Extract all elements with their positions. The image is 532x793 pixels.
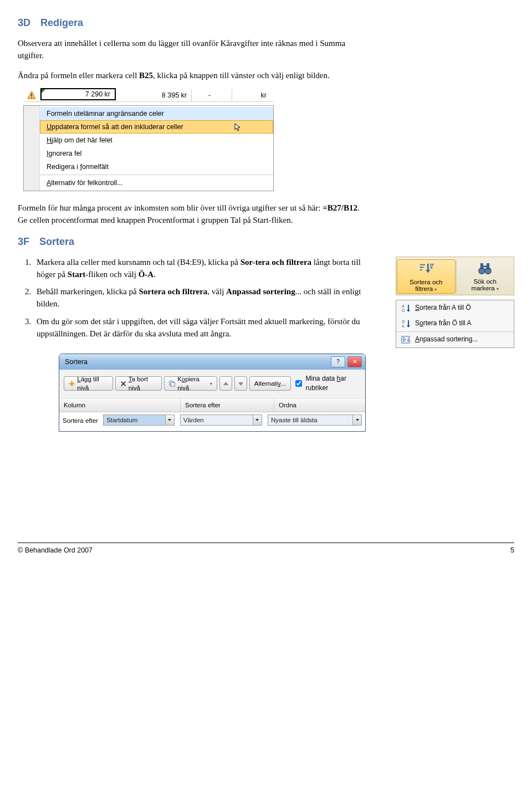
add-level-button[interactable]: Lägg till nivå xyxy=(64,376,113,391)
headers-checkbox-input[interactable] xyxy=(295,380,302,387)
cell-selected[interactable]: 7 290 kr xyxy=(40,88,116,100)
sort-filter-button[interactable]: Sortera ochfiltrera ▾ xyxy=(397,259,456,294)
svg-rect-6 xyxy=(483,265,488,267)
menu-options-item[interactable]: Alternativ för felkontroll... xyxy=(40,176,273,190)
col-header-ordna: Ordna xyxy=(274,398,365,412)
svg-rect-4 xyxy=(481,264,483,269)
menu-icon-column xyxy=(24,106,40,191)
section-3f-num: 3F xyxy=(18,236,29,247)
menu-edit-item[interactable]: Redigera i formelfält xyxy=(40,160,273,173)
step-3: Om du gör som det står i uppgiften, det … xyxy=(33,316,377,340)
col-header-kolumn: Kolumn xyxy=(59,398,181,412)
screenshot-sort-menu: AÖ Sortera från A till Ö ÖA Sortera från… xyxy=(396,300,514,348)
combo-arrow-icon[interactable] xyxy=(165,415,174,425)
svg-rect-0 xyxy=(31,94,32,96)
section-3f-title: Sortera xyxy=(39,236,74,247)
help-button[interactable]: ? xyxy=(331,356,345,367)
screenshot-ribbon: Sortera ochfiltrera ▾ Sök ochmarkera ▾ xyxy=(396,257,514,295)
sort-filter-icon xyxy=(418,261,434,278)
p-3d-1: Observera att innehållet i cellerna som … xyxy=(18,38,361,62)
arrow-down-icon xyxy=(237,380,244,387)
add-icon xyxy=(69,380,75,387)
body-3d-formula: Formeln för hur många procent av inkomst… xyxy=(18,202,361,227)
svg-rect-1 xyxy=(31,97,32,98)
dialog-titlebar: Sortera ? ✕ xyxy=(59,354,365,370)
sort-desc-icon: ÖA xyxy=(401,319,411,329)
step-1: Markera alla celler med kursnamn och tal… xyxy=(33,257,377,281)
svg-rect-15 xyxy=(171,382,175,386)
cell-c2[interactable]: 8 395 kr xyxy=(116,89,192,101)
grid-header-row: Kolumn Sortera efter Ordna xyxy=(59,398,365,413)
svg-text:Ö: Ö xyxy=(402,309,405,313)
custom-sort-icon xyxy=(401,335,411,345)
find-select-label: Sök ochmarkera ▾ xyxy=(472,278,499,293)
svg-rect-5 xyxy=(487,264,489,269)
dropdown-arrow-icon: ▾ xyxy=(497,286,499,291)
find-select-button[interactable]: Sök ochmarkera ▾ xyxy=(457,259,514,294)
combo-sorton[interactable]: Värden xyxy=(180,415,262,426)
footer-page-number: 5 xyxy=(510,545,514,555)
dialog-toolbar: Lägg till nivå Ta bort nivå Kopiera nivå… xyxy=(59,370,365,398)
combo-column[interactable]: Startdatum xyxy=(103,415,175,426)
footer-copyright: © Behandlade Ord 2007 xyxy=(18,545,93,555)
p-3d-2: Ändra på formeln eller markera cell B25,… xyxy=(18,70,361,82)
cells-row: 7 290 kr 8 395 kr - kr xyxy=(23,89,274,102)
move-down-button[interactable] xyxy=(234,376,247,391)
svg-text:Ö: Ö xyxy=(402,320,405,324)
options-button[interactable]: Alternativ... xyxy=(249,376,291,391)
close-button[interactable]: ✕ xyxy=(347,356,362,367)
menu-title-item: Formeln utelämnar angränsande celer xyxy=(40,107,273,120)
dialog-title: Sortera xyxy=(65,357,329,367)
dropdown-arrow-icon: ▾ xyxy=(434,287,437,292)
headers-checkbox[interactable]: Mina data har rubriker xyxy=(293,374,361,393)
svg-rect-13 xyxy=(69,383,75,385)
body-3d: Observera att innehållet i cellerna som … xyxy=(18,38,361,81)
move-up-button[interactable] xyxy=(219,376,232,391)
step-2: Behåll markeringen, klicka på Sortera oc… xyxy=(33,286,377,310)
screenshot-error-menu: 7 290 kr 8 395 kr - kr Formeln utelämnar… xyxy=(23,89,274,191)
arrow-up-icon xyxy=(222,380,229,387)
section-3d-num: 3D xyxy=(18,17,30,28)
custom-sort-item[interactable]: Anpassad sortering... xyxy=(396,331,514,347)
sort-desc-item[interactable]: ÖA Sortera från Ö till A xyxy=(396,316,514,331)
svg-text:A: A xyxy=(402,304,405,308)
p-3d-formula: Formeln för hur många procent av inkomst… xyxy=(18,202,361,227)
screenshot-sort-dialog: Sortera ? ✕ Lägg till nivå Ta bort nivå … xyxy=(59,354,366,432)
steps-list: Markera alla celler med kursnamn och tal… xyxy=(18,257,377,340)
cell-c3[interactable]: - xyxy=(192,89,232,101)
row-label: Sortera efter xyxy=(63,415,101,426)
menu-help-item[interactable]: Hjälp om det här felet xyxy=(40,134,273,147)
remove-icon xyxy=(120,380,126,387)
menu-update-item[interactable]: Uppdatera formel så att den inkluderar c… xyxy=(40,120,273,134)
section-3d-heading: 3DRedigera xyxy=(18,16,514,30)
copy-icon xyxy=(169,380,175,387)
page-footer: © Behandlade Ord 2007 5 xyxy=(18,543,514,555)
cell-c4[interactable]: kr xyxy=(232,89,271,101)
sort-asc-icon: AÖ xyxy=(401,303,411,313)
binoculars-icon xyxy=(477,260,493,277)
sort-asc-item[interactable]: AÖ Sortera från A till Ö xyxy=(396,300,514,316)
section-3f-heading: 3FSortera xyxy=(18,234,514,249)
cursor-icon xyxy=(234,123,242,134)
menu-ignore-item[interactable]: Ignorera fel xyxy=(40,147,273,160)
combo-arrow-icon[interactable] xyxy=(253,415,262,425)
sort-filter-label: Sortera ochfiltrera ▾ xyxy=(410,279,442,293)
copy-level-button[interactable]: Kopiera nivå ▾ xyxy=(164,376,217,391)
menu-separator xyxy=(40,175,273,175)
error-indicator-icon[interactable] xyxy=(23,89,40,101)
combo-order[interactable]: Nyaste till äldsta xyxy=(268,415,362,426)
sort-row-1: Sortera efter Startdatum Värden Nyaste t… xyxy=(59,412,365,431)
section-3d-title: Redigera xyxy=(40,17,83,28)
combo-arrow-icon[interactable] xyxy=(352,415,361,425)
svg-text:A: A xyxy=(402,324,405,328)
error-dropdown-menu: Formeln utelämnar angränsande celer Uppd… xyxy=(23,105,274,191)
remove-level-button[interactable]: Ta bort nivå xyxy=(115,376,162,391)
col-header-sortera: Sortera efter xyxy=(181,398,274,412)
